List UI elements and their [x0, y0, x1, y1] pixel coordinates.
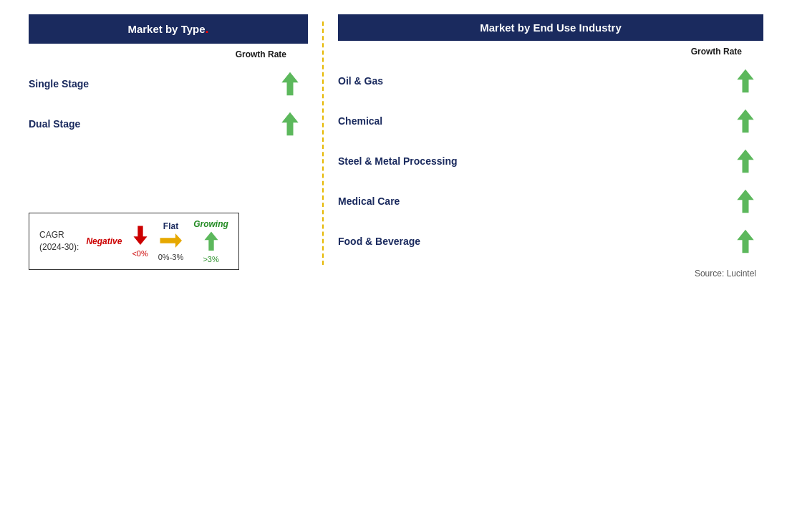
growing-label: Growing: [193, 219, 228, 229]
legend-box: CAGR (2024-30): Negative <0% Flat: [29, 213, 239, 270]
svg-marker-4: [204, 232, 218, 251]
chemical-label: Chemical: [338, 115, 382, 127]
oil-gas-row: Oil & Gas: [338, 61, 763, 101]
flat-label: Flat: [163, 221, 178, 231]
left-panel-title: Market by Type: [127, 23, 205, 35]
left-growth-rate-label: Growth Rate: [29, 49, 308, 59]
red-dot: .: [206, 21, 209, 36]
negative-label: Negative: [86, 236, 122, 246]
svg-marker-5: [737, 69, 753, 92]
negative-range: <0%: [132, 249, 148, 258]
svg-marker-1: [281, 112, 298, 135]
svg-marker-2: [133, 226, 147, 245]
single-stage-arrow-icon: [279, 71, 301, 97]
right-growth-rate-label: Growth Rate: [338, 47, 763, 57]
medical-care-label: Medical Care: [338, 195, 400, 207]
svg-marker-6: [737, 110, 753, 132]
chemical-row: Chemical: [338, 101, 763, 141]
oil-gas-label: Oil & Gas: [338, 75, 383, 87]
growing-arrow-icon: [203, 231, 219, 253]
medical-care-arrow-icon: [735, 188, 756, 214]
dual-stage-arrow-icon: [279, 111, 301, 137]
svg-marker-0: [281, 72, 298, 95]
svg-marker-3: [160, 233, 182, 248]
svg-marker-8: [737, 190, 753, 213]
divider: [322, 14, 324, 294]
flat-range: 0%-3%: [158, 253, 183, 261]
legend-cagr-text: CAGR (2024-30):: [39, 229, 79, 253]
oil-gas-arrow-icon: [735, 68, 756, 94]
single-stage-label: Single Stage: [29, 78, 89, 90]
food-beverage-label: Food & Beverage: [338, 236, 420, 247]
negative-arrow-icon: [132, 225, 148, 248]
steel-metal-label: Steel & Metal Processing: [338, 155, 458, 167]
right-panel: Market by End Use Industry Growth Rate O…: [338, 14, 763, 294]
food-beverage-row: Food & Beverage: [338, 221, 763, 261]
steel-metal-row: Steel & Metal Processing: [338, 141, 763, 181]
left-panel-header: Market by Type.: [29, 14, 308, 44]
source-text: Source: Lucintel: [338, 269, 763, 279]
growing-range: >3%: [203, 255, 218, 263]
chemical-arrow-icon: [735, 108, 756, 134]
legend-negative: Negative: [86, 236, 125, 246]
steel-metal-arrow-icon: [735, 148, 756, 174]
medical-care-row: Medical Care: [338, 181, 763, 221]
svg-marker-9: [737, 230, 753, 253]
dual-stage-label: Dual Stage: [29, 118, 80, 130]
dual-stage-row: Dual Stage: [29, 104, 308, 144]
single-stage-row: Single Stage: [29, 64, 308, 104]
right-panel-header: Market by End Use Industry: [338, 14, 763, 41]
food-beverage-arrow-icon: [735, 228, 756, 254]
left-panel: Market by Type. Growth Rate Single Stage…: [29, 14, 308, 294]
svg-marker-7: [737, 150, 753, 173]
dashed-divider-line: [322, 21, 324, 265]
flat-arrow-icon: [159, 233, 182, 251]
